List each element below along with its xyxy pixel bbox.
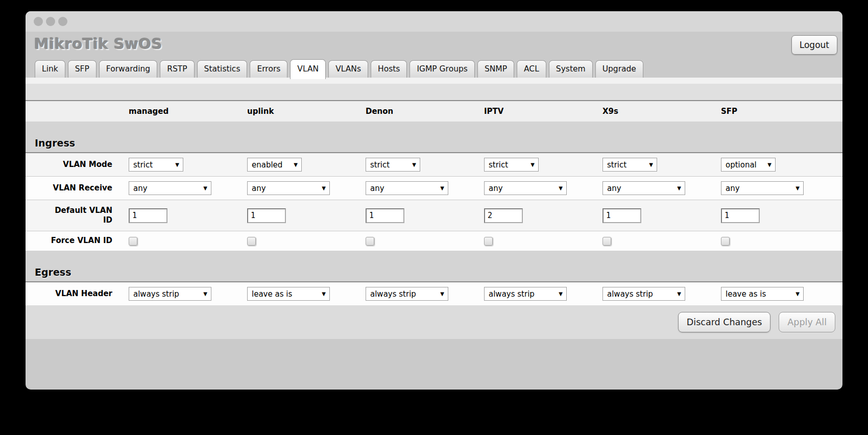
force-vlan-id-checkbox-sfp[interactable] xyxy=(721,237,730,246)
cell-force-vlan-id-denon xyxy=(365,237,483,246)
cell-force-vlan-id-managed xyxy=(128,237,246,246)
vlan-header-select-denon[interactable]: always strip▼ xyxy=(366,287,448,301)
cell-vlan-mode-sfp: optional▼ xyxy=(720,158,838,172)
default-vlan-id-input-sfp[interactable] xyxy=(721,208,760,223)
cell-default-vlan-id-x9s xyxy=(601,208,720,223)
chevron-down-icon: ▼ xyxy=(322,291,326,297)
vlan-mode-select-managed[interactable]: strict▼ xyxy=(129,158,183,172)
vlan-header-select-uplink[interactable]: leave as is▼ xyxy=(247,287,330,301)
selected-value: strict xyxy=(133,160,153,170)
section-title-egress: Egress xyxy=(35,267,71,278)
cell-vlan-mode-denon: strict▼ xyxy=(365,158,483,172)
column-header-denon: Denon xyxy=(365,107,483,116)
force-vlan-id-checkbox-denon[interactable] xyxy=(366,237,374,246)
tab-rstp[interactable]: RSTP xyxy=(160,60,194,78)
row-label-vlan-header: VLAN Header xyxy=(26,289,128,299)
default-vlan-id-input-uplink[interactable] xyxy=(247,208,286,223)
force-vlan-id-checkbox-uplink[interactable] xyxy=(247,237,256,246)
cell-default-vlan-id-iptv xyxy=(483,208,601,223)
cell-vlan-header-denon: always strip▼ xyxy=(365,287,483,301)
force-vlan-id-checkbox-managed[interactable] xyxy=(129,237,137,246)
vlan-mode-select-uplink[interactable]: enabled▼ xyxy=(247,158,302,172)
vlan-receive-select-uplink[interactable]: any▼ xyxy=(247,181,330,195)
vlan-mode-select-denon[interactable]: strict▼ xyxy=(366,158,420,172)
chevron-down-icon: ▼ xyxy=(559,185,563,191)
chevron-down-icon: ▼ xyxy=(175,162,179,167)
vlan-table: manageduplinkDenonIPTVX9sSFP IngressVLAN… xyxy=(26,100,842,305)
app-title: MikroTik SwOS xyxy=(34,35,162,53)
vlan-header-select-x9s[interactable]: always strip▼ xyxy=(602,287,685,301)
cell-vlan-header-sfp: leave as is▼ xyxy=(720,287,838,301)
cell-vlan-receive-uplink: any▼ xyxy=(246,181,365,195)
tab-vlans[interactable]: VLANs xyxy=(328,60,368,78)
chevron-down-icon: ▼ xyxy=(767,162,771,167)
cell-vlan-receive-denon: any▼ xyxy=(365,181,483,195)
tab-hosts[interactable]: Hosts xyxy=(371,60,407,78)
row-vlan-header: VLAN Headeralways strip▼leave as is▼alwa… xyxy=(26,282,842,305)
cell-default-vlan-id-managed xyxy=(128,208,246,223)
logout-button[interactable]: Logout xyxy=(791,35,837,55)
default-vlan-id-input-managed[interactable] xyxy=(129,208,167,223)
tab-forwarding[interactable]: Forwarding xyxy=(99,60,157,78)
vlan-mode-select-x9s[interactable]: strict▼ xyxy=(602,158,657,172)
tab-igmp-groups[interactable]: IGMP Groups xyxy=(409,60,475,78)
section-title-ingress: Ingress xyxy=(35,137,75,149)
cell-force-vlan-id-uplink xyxy=(246,237,365,246)
cell-vlan-mode-x9s: strict▼ xyxy=(601,158,720,172)
cell-vlan-receive-x9s: any▼ xyxy=(601,181,720,195)
vlan-receive-select-sfp[interactable]: any▼ xyxy=(721,181,804,195)
chevron-down-icon: ▼ xyxy=(440,291,444,297)
apply-all-button[interactable]: Apply All xyxy=(779,312,835,332)
tab-statistics[interactable]: Statistics xyxy=(197,60,248,78)
tab-errors[interactable]: Errors xyxy=(250,60,287,78)
chevron-down-icon: ▼ xyxy=(677,291,681,297)
default-vlan-id-input-denon[interactable] xyxy=(366,208,404,223)
tab-acl[interactable]: ACL xyxy=(517,60,546,78)
column-header-iptv: IPTV xyxy=(483,107,601,116)
vlan-receive-select-x9s[interactable]: any▼ xyxy=(602,181,685,195)
cell-vlan-receive-managed: any▼ xyxy=(128,181,246,195)
tab-system[interactable]: System xyxy=(549,60,593,78)
default-vlan-id-input-x9s[interactable] xyxy=(602,208,641,223)
chevron-down-icon: ▼ xyxy=(677,185,681,191)
cell-vlan-header-iptv: always strip▼ xyxy=(483,287,601,301)
window-control-minimize-icon[interactable] xyxy=(46,17,55,26)
selected-value: optional xyxy=(726,160,757,170)
vlan-header-select-iptv[interactable]: always strip▼ xyxy=(484,287,567,301)
tab-upgrade[interactable]: Upgrade xyxy=(595,60,643,78)
cell-force-vlan-id-sfp xyxy=(720,237,838,246)
cell-default-vlan-id-uplink xyxy=(246,208,365,223)
vlan-mode-select-sfp[interactable]: optional▼ xyxy=(721,158,776,172)
tab-snmp[interactable]: SNMP xyxy=(477,60,514,78)
selected-value: always strip xyxy=(489,289,535,299)
cell-force-vlan-id-x9s xyxy=(601,237,720,246)
default-vlan-id-input-iptv[interactable] xyxy=(484,208,523,223)
row-label-text: Default VLAN ID xyxy=(43,206,112,226)
vlan-header-select-managed[interactable]: always strip▼ xyxy=(129,287,211,301)
vlan-header-select-sfp[interactable]: leave as is▼ xyxy=(721,287,804,301)
force-vlan-id-checkbox-x9s[interactable] xyxy=(602,237,611,246)
force-vlan-id-checkbox-iptv[interactable] xyxy=(484,237,493,246)
cell-force-vlan-id-iptv xyxy=(483,237,601,246)
vlan-receive-select-denon[interactable]: any▼ xyxy=(366,181,448,195)
selected-value: always strip xyxy=(607,289,653,299)
cell-vlan-header-managed: always strip▼ xyxy=(128,287,246,301)
discard-changes-button[interactable]: Discard Changes xyxy=(678,312,770,332)
window-control-zoom-icon[interactable] xyxy=(58,17,67,26)
row-force-vlan-id: Force VLAN ID xyxy=(26,231,842,251)
tab-link[interactable]: Link xyxy=(35,60,65,78)
vlan-receive-select-managed[interactable]: any▼ xyxy=(129,181,211,195)
vlan-receive-select-iptv[interactable]: any▼ xyxy=(484,181,567,195)
page-header: MikroTik SwOS Logout xyxy=(26,32,842,59)
selected-value: any xyxy=(607,184,621,193)
cell-vlan-mode-iptv: strict▼ xyxy=(483,158,601,172)
vlan-mode-select-iptv[interactable]: strict▼ xyxy=(484,158,539,172)
tab-sfp[interactable]: SFP xyxy=(68,60,97,78)
selected-value: always strip xyxy=(133,289,179,299)
tab-bar: LinkSFPForwardingRSTPStatisticsErrorsVLA… xyxy=(26,59,842,78)
row-label-text: VLAN Receive xyxy=(53,183,112,194)
column-header-sfp: SFP xyxy=(720,107,838,116)
window-control-close-icon[interactable] xyxy=(34,17,43,26)
selected-value: strict xyxy=(489,160,508,170)
tab-vlan[interactable]: VLAN xyxy=(290,59,326,79)
